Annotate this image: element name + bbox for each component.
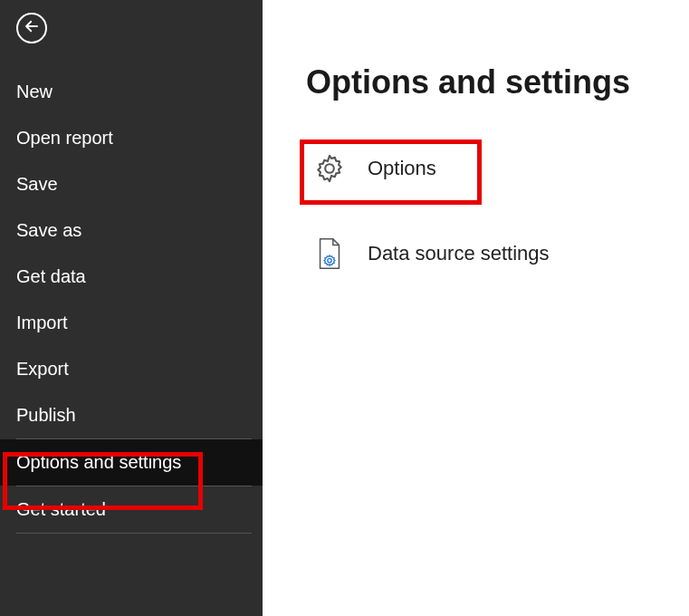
- menu-item-get-started[interactable]: Get started: [0, 486, 263, 533]
- menu-separator: [16, 533, 252, 534]
- menu-item-save[interactable]: Save: [0, 161, 263, 207]
- main-panel: Options and settings Options Data source…: [263, 0, 689, 616]
- svg-point-2: [328, 258, 331, 262]
- menu-item-import[interactable]: Import: [0, 300, 263, 346]
- back-button[interactable]: [16, 13, 47, 43]
- document-gear-icon: [311, 236, 348, 272]
- menu-item-get-data[interactable]: Get data: [0, 254, 263, 300]
- menu-item-export[interactable]: Export: [0, 346, 263, 392]
- menu-item-save-as[interactable]: Save as: [0, 207, 263, 254]
- menu-item-open-report[interactable]: Open report: [0, 115, 263, 161]
- menu-item-publish[interactable]: Publish: [0, 392, 263, 438]
- option-options[interactable]: Options: [306, 147, 671, 190]
- option-label: Data source settings: [368, 242, 550, 265]
- gear-icon: [311, 150, 348, 187]
- svg-point-1: [325, 164, 334, 173]
- back-arrow-icon: [24, 18, 40, 38]
- sidebar: New Open report Save Save as Get data Im…: [0, 0, 263, 616]
- menu-item-options-and-settings[interactable]: Options and settings: [0, 439, 263, 486]
- menu-item-new[interactable]: New: [0, 69, 263, 115]
- option-data-source-settings[interactable]: Data source settings: [306, 232, 671, 275]
- option-label: Options: [368, 157, 436, 180]
- page-title: Options and settings: [306, 63, 671, 101]
